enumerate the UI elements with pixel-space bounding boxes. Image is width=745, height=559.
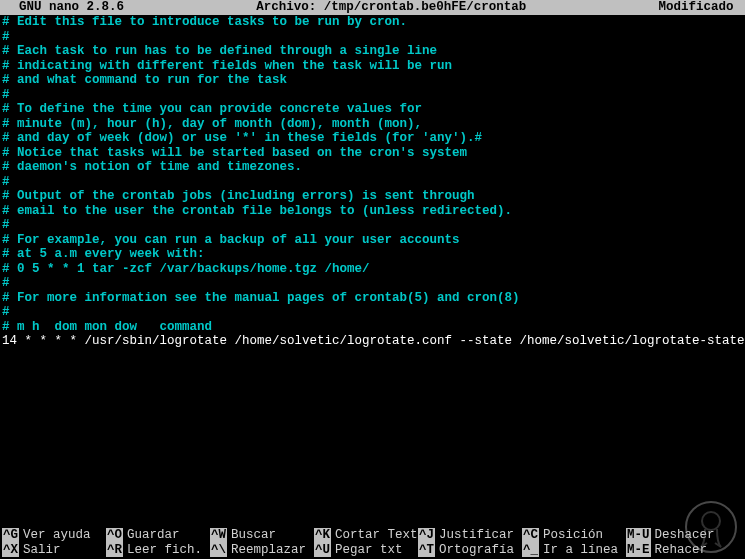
editor-line[interactable]: # m h dom mon dow command	[2, 320, 743, 335]
editor-line[interactable]: # Output of the crontab jobs (including …	[2, 189, 743, 204]
shortcut-desc: Buscar	[227, 528, 276, 543]
shortcut-key: ^C	[522, 528, 539, 543]
editor-line[interactable]: #	[2, 88, 743, 103]
shortcut-item[interactable]: ^KCortar Text	[314, 528, 418, 543]
shortcut-desc: Guardar	[123, 528, 180, 543]
app-version: GNU nano 2.8.6	[4, 0, 124, 15]
shortcut-key: ^O	[106, 528, 123, 543]
shortcut-row-1: ^GVer ayuda^OGuardar^WBuscar^KCortar Tex…	[2, 528, 743, 543]
editor-line[interactable]: 14 * * * * /usr/sbin/logrotate /home/sol…	[2, 334, 743, 349]
shortcut-key: ^G	[2, 528, 19, 543]
editor-line[interactable]: # minute (m), hour (h), day of month (do…	[2, 117, 743, 132]
editor-line[interactable]: # indicating with different fields when …	[2, 59, 743, 74]
editor-line[interactable]: # For more information see the manual pa…	[2, 291, 743, 306]
editor-line[interactable]: #	[2, 175, 743, 190]
shortcut-desc: Leer fich.	[123, 543, 202, 558]
shortcut-bar: ^GVer ayuda^OGuardar^WBuscar^KCortar Tex…	[0, 528, 745, 557]
file-path: Archivo: /tmp/crontab.be0hFE/crontab	[256, 0, 526, 15]
shortcut-key: ^_	[522, 543, 539, 558]
editor-line[interactable]: # daemon's notion of time and timezones.	[2, 160, 743, 175]
shortcut-key: M-U	[626, 528, 651, 543]
svg-point-0	[702, 512, 720, 530]
shortcut-desc: Ir a línea	[539, 543, 618, 558]
shortcut-key: ^J	[418, 528, 435, 543]
shortcut-key: ^K	[314, 528, 331, 543]
shortcut-item[interactable]: ^XSalir	[2, 543, 106, 558]
shortcut-item[interactable]: ^GVer ayuda	[2, 528, 106, 543]
shortcut-key: ^R	[106, 543, 123, 558]
editor-line[interactable]: #	[2, 276, 743, 291]
shortcut-item[interactable]: ^RLeer fich.	[106, 543, 210, 558]
editor-line[interactable]: #	[2, 30, 743, 45]
editor-line[interactable]: # and day of week (dow) or use '*' in th…	[2, 131, 743, 146]
shortcut-desc: Posición	[539, 528, 603, 543]
shortcut-key: ^U	[314, 543, 331, 558]
editor-line[interactable]: # Each task to run has to be defined thr…	[2, 44, 743, 59]
shortcut-desc: Reemplazar	[227, 543, 306, 558]
title-bar: GNU nano 2.8.6 Archivo: /tmp/crontab.be0…	[0, 0, 745, 15]
editor-line[interactable]: # email to the user the crontab file bel…	[2, 204, 743, 219]
shortcut-item[interactable]: ^UPegar txt	[314, 543, 418, 558]
editor-line[interactable]: # Edit this file to introduce tasks to b…	[2, 15, 743, 30]
editor-line[interactable]: #	[2, 218, 743, 233]
shortcut-key: ^W	[210, 528, 227, 543]
shortcut-desc: Cortar Text	[331, 528, 418, 543]
shortcut-key: ^T	[418, 543, 435, 558]
shortcut-item[interactable]: ^_Ir a línea	[522, 543, 626, 558]
editor-line[interactable]: # and what command to run for the task	[2, 73, 743, 88]
shortcut-item[interactable]: ^WBuscar	[210, 528, 314, 543]
shortcut-desc: Pegar txt	[331, 543, 403, 558]
editor-line[interactable]: # To define the time you can provide con…	[2, 102, 743, 117]
editor-line[interactable]: # Notice that tasks will be started base…	[2, 146, 743, 161]
shortcut-item[interactable]: ^JJustificar	[418, 528, 522, 543]
shortcut-desc: Ortografía	[435, 543, 514, 558]
editor-line[interactable]: # at 5 a.m every week with:	[2, 247, 743, 262]
editor-content[interactable]: # Edit this file to introduce tasks to b…	[0, 15, 745, 349]
shortcut-key: ^X	[2, 543, 19, 558]
shortcut-row-2: ^XSalir^RLeer fich.^\Reemplazar^UPegar t…	[2, 543, 743, 558]
shortcut-key: ^\	[210, 543, 227, 558]
shortcut-item[interactable]: ^CPosición	[522, 528, 626, 543]
shortcut-key: M-E	[626, 543, 651, 558]
modified-flag: Modificado	[658, 0, 741, 15]
logo-watermark	[685, 501, 737, 553]
shortcut-desc: Salir	[19, 543, 61, 558]
shortcut-item[interactable]: ^OGuardar	[106, 528, 210, 543]
shortcut-item[interactable]: ^TOrtografía	[418, 543, 522, 558]
shortcut-desc: Justificar	[435, 528, 514, 543]
shortcut-desc: Ver ayuda	[19, 528, 91, 543]
editor-line[interactable]: # For example, you can run a backup of a…	[2, 233, 743, 248]
editor-line[interactable]: # 0 5 * * 1 tar -zcf /var/backups/home.t…	[2, 262, 743, 277]
editor-line[interactable]: #	[2, 305, 743, 320]
shortcut-item[interactable]: ^\Reemplazar	[210, 543, 314, 558]
